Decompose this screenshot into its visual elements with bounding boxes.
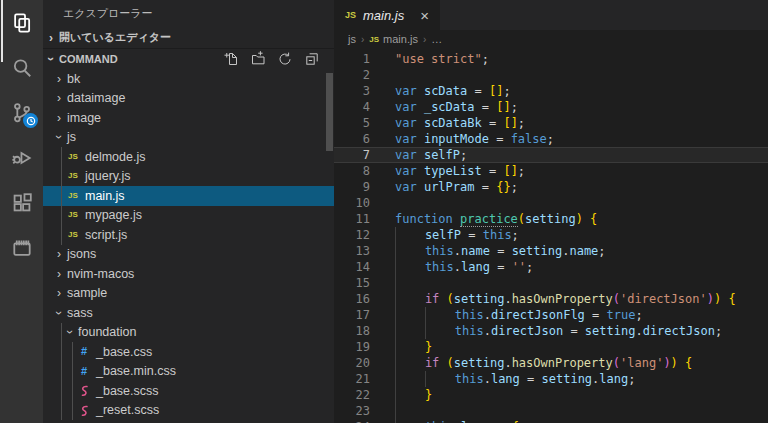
line-number[interactable]: 24 — [334, 419, 370, 423]
code-line-3[interactable]: 3var scData = []; — [334, 83, 768, 99]
tree-file-_reset.scss[interactable]: _reset.scss — [43, 401, 334, 421]
line-number[interactable]: 3 — [334, 83, 370, 99]
line-number[interactable]: 10 — [334, 195, 370, 211]
line-number[interactable]: 20 — [334, 355, 370, 371]
line-number[interactable]: 19 — [334, 339, 370, 355]
line-number[interactable]: 5 — [334, 115, 370, 131]
breadcrumb-item-js[interactable]: js — [348, 33, 356, 45]
line-number[interactable]: 1 — [334, 51, 370, 67]
line-number[interactable]: 13 — [334, 243, 370, 259]
search-icon[interactable] — [0, 45, 43, 90]
sidebar-scrollbar[interactable] — [326, 73, 333, 151]
code-line-16[interactable]: 16if (setting.hasOwnProperty('directJson… — [334, 291, 768, 307]
run-and-debug-icon[interactable] — [0, 135, 43, 180]
indent-guide — [61, 186, 62, 206]
line-number[interactable]: 11 — [334, 211, 370, 227]
code-line-9[interactable]: 9var urlPram = {}; — [334, 179, 768, 195]
line-number[interactable]: 15 — [334, 275, 370, 291]
code-line-6[interactable]: 6var inputMode = false; — [334, 131, 768, 147]
line-number[interactable]: 14 — [334, 259, 370, 275]
line-number[interactable]: 17 — [334, 307, 370, 323]
tree-folder-jsons[interactable]: ›jsons — [43, 245, 334, 265]
tree-file-mypage.js[interactable]: JSmypage.js — [43, 206, 334, 226]
chevron-right-icon: › — [51, 248, 67, 260]
code-line-1[interactable]: 1"use strict"; — [334, 51, 768, 67]
section-header-command[interactable]: › COMMAND — [43, 48, 334, 69]
code-area[interactable]: 1"use strict";23var scData = [];4var _sc… — [334, 48, 768, 423]
code-line-5[interactable]: 5var scDataBk = []; — [334, 115, 768, 131]
code-line-2[interactable]: 2 — [334, 67, 768, 83]
refresh-icon[interactable] — [277, 51, 293, 67]
line-number[interactable]: 18 — [334, 323, 370, 339]
code-line-7[interactable]: 7var selfP; — [334, 147, 768, 163]
code-line-14[interactable]: 14this.lang = ''; — [334, 259, 768, 275]
explorer-icon[interactable] — [0, 0, 43, 45]
line-number[interactable]: 8 — [334, 163, 370, 179]
new-folder-icon[interactable] — [250, 51, 266, 67]
tree-folder-image[interactable]: ›image — [43, 108, 334, 128]
source-control-icon[interactable] — [0, 90, 43, 135]
line-number[interactable]: 21 — [334, 371, 370, 387]
code-line-18[interactable]: 18this.directJson = setting.directJson; — [334, 323, 768, 339]
code-line-11[interactable]: 11function practice(setting) { — [334, 211, 768, 227]
code-line-20[interactable]: 20if (setting.hasOwnProperty('lang')) { — [334, 355, 768, 371]
token-b1: ( — [447, 292, 454, 306]
tree-folder-foundation[interactable]: ›foundation — [43, 323, 334, 343]
token-p: ; — [460, 148, 467, 162]
token-p: ; — [598, 244, 605, 258]
tree-item-label: _base.min.css — [96, 364, 176, 378]
line-number[interactable]: 6 — [334, 131, 370, 147]
code-line-12[interactable]: 12selfP = this; — [334, 227, 768, 243]
code-line-8[interactable]: 8var typeList = []; — [334, 163, 768, 179]
open-editors-header[interactable]: › 開いているエディター — [43, 27, 334, 48]
token-b1: } — [425, 340, 432, 354]
token-kw: var — [395, 132, 417, 146]
tab-main-js[interactable]: JS main.js × — [334, 0, 440, 30]
line-number[interactable]: 9 — [334, 179, 370, 195]
new-file-icon[interactable] — [223, 51, 239, 67]
code-line-21[interactable]: 21this.lang = setting.lang; — [334, 371, 768, 387]
tree-file-_base.css[interactable]: #_base.css — [43, 342, 334, 362]
tree-file-delmode.js[interactable]: JSdelmode.js — [43, 147, 334, 167]
section-label: COMMAND — [59, 53, 118, 65]
tree-folder-sample[interactable]: ›sample — [43, 284, 334, 304]
tree-file-main.js[interactable]: JSmain.js — [43, 186, 334, 206]
line-number[interactable]: 4 — [334, 99, 370, 115]
chevron-right-icon: › — [51, 287, 67, 299]
comb-icon[interactable] — [0, 225, 43, 270]
code-line-24[interactable]: 24this.lang = { — [334, 419, 768, 423]
tree-folder-bk[interactable]: ›bk — [43, 69, 334, 89]
tree-file-jquery.js[interactable]: JSjquery.js — [43, 167, 334, 187]
breadcrumb-item-main.js[interactable]: JSmain.js — [369, 33, 418, 45]
code-line-10[interactable]: 10 — [334, 195, 768, 211]
token-b1: ) — [671, 356, 678, 370]
collapse-all-icon[interactable] — [304, 51, 320, 67]
vscode-window: エクスプローラー › 開いているエディター › COMMAND ›bk›data… — [0, 0, 768, 423]
tree-folder-nvim-macos[interactable]: ›nvim-macos — [43, 264, 334, 284]
line-number[interactable]: 7 — [334, 147, 370, 163]
tree-file-script.js[interactable]: JSscript.js — [43, 225, 334, 245]
token-p: . — [454, 244, 461, 258]
breadcrumb-item-…[interactable]: … — [431, 33, 442, 45]
tree-folder-js[interactable]: ›js — [43, 128, 334, 148]
tree-folder-dataimage[interactable]: ›dataimage — [43, 89, 334, 109]
line-number[interactable]: 2 — [334, 67, 370, 83]
line-number[interactable]: 23 — [334, 403, 370, 419]
code-line-17[interactable]: 17this.directJsonFlg = true; — [334, 307, 768, 323]
scss-file-icon — [76, 384, 92, 397]
extensions-icon[interactable] — [0, 180, 43, 225]
tree-file-_base.scss[interactable]: _base.scss — [43, 381, 334, 401]
code-line-4[interactable]: 4var _scData = []; — [334, 99, 768, 115]
js-file-icon: JS — [65, 192, 81, 200]
close-icon[interactable]: × — [420, 7, 429, 24]
line-number[interactable]: 22 — [334, 387, 370, 403]
code-line-19[interactable]: 19} — [334, 339, 768, 355]
line-number[interactable]: 16 — [334, 291, 370, 307]
tree-folder-sass[interactable]: ›sass — [43, 303, 334, 323]
tree-file-_base.min.css[interactable]: #_base.min.css — [43, 362, 334, 382]
code-line-15[interactable]: 15 — [334, 275, 768, 291]
code-line-22[interactable]: 22} — [334, 387, 768, 403]
line-number[interactable]: 12 — [334, 227, 370, 243]
code-line-23[interactable]: 23 — [334, 403, 768, 419]
code-line-13[interactable]: 13this.name = setting.name; — [334, 243, 768, 259]
